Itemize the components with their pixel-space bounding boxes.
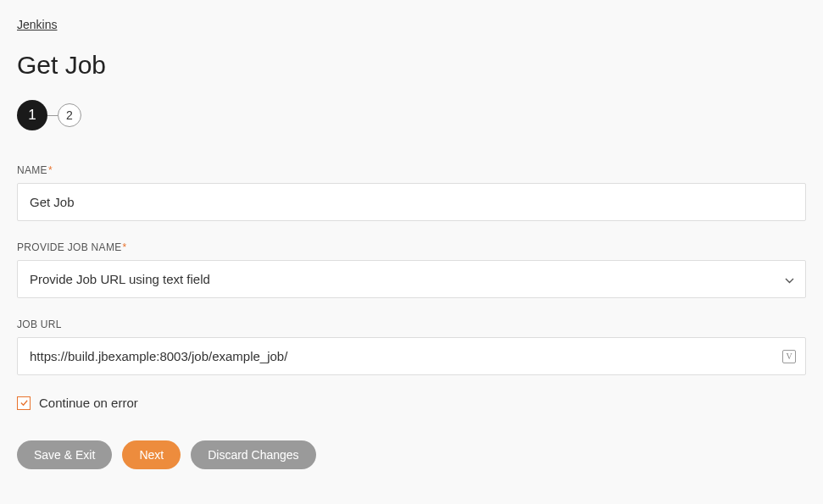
name-input[interactable] [17, 183, 806, 221]
provide-job-name-field-group: PROVIDE JOB NAME* Provide Job URL using … [17, 241, 806, 298]
step-2[interactable]: 2 [58, 103, 81, 127]
step-1[interactable]: 1 [17, 100, 47, 130]
name-label-text: NAME [17, 164, 47, 176]
job-url-input[interactable] [17, 337, 806, 375]
continue-on-error-checkbox[interactable] [17, 396, 31, 410]
save-exit-button[interactable]: Save & Exit [17, 440, 112, 469]
job-url-label: JOB URL [17, 318, 806, 330]
name-field-group: NAME* [17, 164, 806, 221]
discard-changes-button[interactable]: Discard Changes [191, 440, 315, 469]
variable-icon[interactable]: V [782, 350, 796, 363]
provide-job-name-label: PROVIDE JOB NAME* [17, 241, 806, 253]
page-title: Get Job [17, 51, 806, 80]
breadcrumb-link[interactable]: Jenkins [17, 18, 57, 31]
job-url-label-text: JOB URL [17, 318, 62, 330]
next-button[interactable]: Next [122, 440, 181, 469]
job-url-input-wrapper: V [17, 337, 806, 375]
name-label: NAME* [17, 164, 806, 176]
stepper: 1 2 [17, 100, 806, 130]
required-marker: * [123, 241, 127, 253]
required-marker: * [48, 164, 53, 176]
continue-on-error-row: Continue on error [17, 396, 806, 410]
step-connector [47, 115, 58, 116]
provide-job-name-label-text: PROVIDE JOB NAME [17, 241, 122, 253]
check-icon [19, 398, 29, 407]
continue-on-error-label: Continue on error [39, 396, 138, 410]
provide-job-name-select-wrapper: Provide Job URL using text field [17, 260, 806, 298]
job-url-field-group: JOB URL V [17, 318, 806, 375]
button-row: Save & Exit Next Discard Changes [17, 440, 806, 469]
provide-job-name-select[interactable]: Provide Job URL using text field [17, 260, 806, 298]
